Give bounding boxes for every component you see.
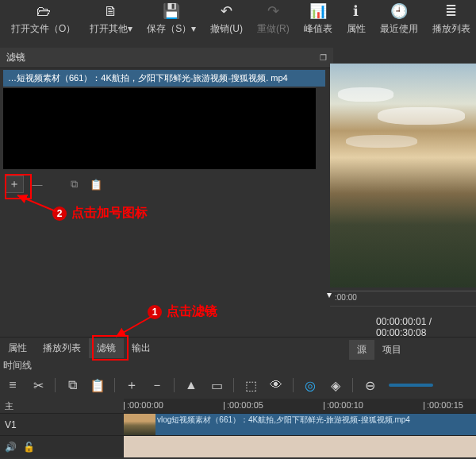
ruler-tick: :00:00:00 — [127, 400, 163, 410]
tl-remove-button[interactable]: － — [148, 376, 167, 394]
paste-filter-button[interactable]: 📋 — [87, 176, 105, 192]
tl-marker-button[interactable]: ◈ — [326, 376, 345, 394]
tl-overwrite-button[interactable]: ▭ — [207, 376, 226, 394]
folder-open-icon: 🗁 — [36, 2, 51, 21]
list-icon: ≣ — [445, 2, 457, 21]
open-file-button[interactable]: 🗁打开文件（O） — [11, 2, 75, 48]
main-toolbar: 🗁打开文件（O） 🗎打开其他▾ 💾保存（S）▾ ↶撤销(U) ↷重做(R) 📊峰… — [0, 0, 476, 48]
clip-name: vlog短视频素材（661）：4K航拍,夕阳下耶鲜光-旅游视频-搜狐视频.mp4 — [157, 415, 476, 426]
add-filter-button[interactable]: ＋ — [5, 176, 24, 193]
annotation-text-2: 点击加号图标 — [71, 205, 148, 222]
annotation-badge-1: 1 — [148, 305, 162, 319]
remove-filter-button[interactable]: — — [29, 176, 46, 192]
track-a1-header[interactable]: 🔊 🔓 — [0, 435, 124, 457]
tab-playlist[interactable]: 播放列表 — [35, 338, 89, 358]
tab-output[interactable]: 输出 — [124, 338, 159, 358]
tab-project[interactable]: 项目 — [374, 340, 409, 360]
undo-icon: ↶ — [221, 2, 232, 21]
timeline-clip[interactable]: vlog短视频素材（661）：4K航拍,夕阳下耶鲜光-旅游视频-搜狐视频.mp4 — [124, 414, 476, 435]
undo-button[interactable]: ↶撤销(U) — [210, 2, 243, 48]
tl-copy-button[interactable]: ⧉ — [63, 376, 82, 394]
scrub-start-time: :00:00 — [335, 293, 357, 302]
annotation-badge-2: 2 — [52, 206, 67, 221]
meter-icon: 📊 — [309, 2, 327, 21]
playhead-icon[interactable]: ▾ — [327, 289, 332, 300]
recent-button[interactable]: 🕘最近使用 — [380, 2, 418, 48]
info-icon: ℹ — [353, 2, 359, 21]
panel-popout-icon[interactable]: ❐ — [320, 53, 327, 62]
source-tabs: 源 项目 — [349, 340, 409, 360]
tl-menu-button[interactable]: ≡ — [3, 376, 22, 394]
tl-add-button[interactable]: ＋ — [122, 376, 141, 394]
filter-source-name[interactable]: …短视频素材（661）：4K航拍，夕阳下耶鲜光-旅游视频-搜狐视频. mp4 — [3, 70, 325, 87]
filter-panel-title: 滤镜 ❐ — [0, 48, 333, 68]
open-other-button[interactable]: 🗎打开其他▾ — [90, 2, 132, 48]
track-a1: 🔊 🔓 — [0, 435, 476, 457]
track-v1-lane[interactable]: vlog短视频素材（661）：4K航拍,夕阳下耶鲜光-旅游视频-搜狐视频.mp4 — [124, 413, 476, 435]
tl-paste-button[interactable]: 📋 — [88, 376, 107, 394]
tl-zoom-slider[interactable] — [389, 384, 433, 387]
save-button[interactable]: 💾保存（S）▾ — [147, 2, 196, 48]
preview-scrub-bar[interactable]: ▾ :00:00 — [330, 291, 476, 307]
svg-line-0 — [17, 195, 56, 211]
ruler-tick: :00:00:10 — [327, 400, 363, 410]
peak-meter-button[interactable]: 📊峰值表 — [304, 2, 332, 48]
annotation-text-1: 点击滤镜 — [167, 303, 217, 320]
tab-source[interactable]: 源 — [349, 340, 374, 360]
master-track-label: 主 — [0, 399, 124, 413]
tab-properties[interactable]: 属性 — [0, 338, 35, 358]
tl-scrub-button[interactable]: 👁 — [267, 376, 286, 394]
timeline-ruler[interactable]: 主 :00:00:00 :00:00:05 :00:00:10 :00:00:1… — [0, 399, 476, 413]
timeline-toolbar: ≡ ✂ ⧉ 📋 ＋ － ▲ ▭ ⬚ 👁 ◎ ◈ ⊖ — [0, 373, 476, 397]
tl-lift-button[interactable]: ▲ — [182, 376, 201, 394]
video-preview[interactable] — [330, 64, 476, 287]
track-a1-lane[interactable] — [124, 435, 476, 457]
timeline-label: 时间线 — [3, 359, 32, 372]
timecode-display: 00:00:00:01 / 00:00:30:08 — [376, 316, 476, 338]
filter-list-area — [3, 88, 316, 169]
current-time[interactable]: 00:00:00:01 — [376, 316, 426, 327]
tl-snap-button[interactable]: ⬚ — [241, 376, 260, 394]
ruler-tick: :00:00:05 — [227, 400, 263, 410]
track-v1: V1 vlog短视频素材（661）：4K航拍,夕阳下耶鲜光-旅游视频-搜狐视频.… — [0, 413, 476, 435]
speaker-icon[interactable]: 🔊 — [5, 442, 17, 453]
redo-icon: ↷ — [267, 2, 279, 21]
file-add-icon: 🗎 — [104, 2, 118, 21]
save-icon: 💾 — [163, 2, 180, 21]
playlist-button[interactable]: ≣播放列表 — [432, 2, 470, 48]
tab-filter[interactable]: 滤镜 — [89, 338, 124, 358]
clip-thumbnail — [124, 414, 155, 435]
tl-cut-button[interactable]: ✂ — [29, 376, 48, 394]
lock-icon[interactable]: 🔓 — [23, 442, 35, 453]
history-icon: 🕘 — [390, 2, 408, 21]
filter-panel-label: 滤镜 — [6, 51, 25, 64]
svg-line-1 — [116, 316, 152, 337]
properties-button[interactable]: ℹ属性 — [347, 2, 366, 48]
track-v1-header[interactable]: V1 — [0, 413, 124, 435]
tl-zoom-out-button[interactable]: ⊖ — [360, 376, 379, 394]
tl-ripple-button[interactable]: ◎ — [301, 376, 320, 394]
ruler-tick: :00:00:15 — [427, 400, 463, 410]
redo-button[interactable]: ↷重做(R) — [257, 2, 290, 48]
copy-filter-button[interactable]: ⧉ — [65, 176, 83, 192]
